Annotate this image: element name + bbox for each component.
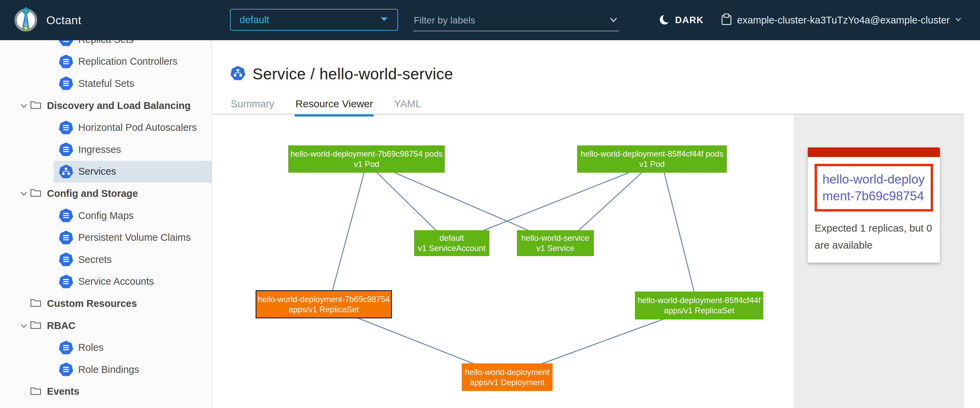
sidebar-item-stateful-sets[interactable]: Stateful Sets (54, 73, 212, 95)
rolebinding-icon (59, 362, 73, 377)
page-title: Service / hello-world-service (253, 65, 453, 83)
tab-bar: SummaryResource ViewerYAML (230, 96, 422, 116)
graph-node-pods-85ff4cf44f[interactable]: hello-world-deployment-85ff4cf44f podsv1… (577, 145, 727, 173)
app-title: Octant (46, 14, 81, 27)
sidebar-section-label: Config and Storage (47, 188, 138, 199)
replicaset-link[interactable]: hello-world-deployment-7b69c98754 (822, 171, 925, 204)
ingress-icon (59, 142, 73, 157)
graph-edge-5 (664, 173, 694, 292)
sidebar-item-role-bindings[interactable]: Role Bindings (54, 359, 212, 381)
label-filter (413, 10, 619, 31)
graph-node-replicaset-7b69c98754[interactable]: hello-world-deployment-7b69c98754apps/v1… (256, 290, 392, 319)
sidebar-item-label: Service Accounts (78, 276, 154, 287)
service-icon (230, 65, 246, 83)
graph-edge-1 (377, 173, 436, 231)
node-name: default (439, 233, 464, 243)
sidebar-item-config-and-storage[interactable]: Config and Storage (0, 183, 212, 205)
service-icon (230, 65, 246, 81)
sidebar-item-ingresses[interactable]: Ingresses (54, 139, 212, 161)
sidebar-item-service-accounts[interactable]: Service Accounts (54, 271, 212, 293)
graph-node-service-hello-world[interactable]: hello-world-servicev1 Service (517, 230, 594, 256)
dark-theme-toggle[interactable]: DARK (656, 11, 706, 29)
replica-warning-message: Expected 1 replicas, but 0 are available (815, 220, 933, 254)
sidebar-item-rbac[interactable]: RBAC (0, 315, 212, 337)
sidebar-item-label: Horizontal Pod Autoscalers (78, 122, 197, 133)
sidebar-item-secrets[interactable]: Secrets (54, 249, 212, 271)
page-header: Service / hello-world-service (230, 65, 453, 83)
cluster-name: example-cluster-ka3TuTzYo4a@example-clus… (737, 14, 950, 26)
sidebar-item-label: Persistent Volume Claims (78, 232, 191, 243)
chevron-down-icon[interactable] (18, 320, 30, 331)
detail-card: hello-world-deployment-7b69c98754 Expect… (808, 147, 940, 263)
secret-icon (59, 252, 73, 267)
graph-node-deployment-hello-world[interactable]: hello-world-deploymentapps/v1 Deployment (462, 363, 553, 391)
sidebar-section-label: Discovery and Load Balancing (47, 100, 191, 112)
sidebar-item-label: Replication Controllers (78, 56, 178, 67)
chevron-down-icon[interactable] (18, 188, 30, 199)
sidebar-item-label: Services (78, 166, 116, 177)
sidebar-item-discovery-and-load-balancing[interactable]: Discovery and Load Balancing (0, 95, 212, 117)
sidebar-item-events[interactable]: Events (0, 381, 212, 403)
chevron-down-icon[interactable] (18, 100, 30, 111)
node-name: hello-world-deployment-85ff4cf44f (638, 295, 760, 306)
graph-node-pods-7b69c98754[interactable]: hello-world-deployment-7b69c98754 podsv1… (288, 145, 445, 173)
sidebar-item-label: Stateful Sets (78, 78, 134, 89)
namespace-value: default (240, 14, 269, 26)
folder-icon (30, 187, 41, 200)
node-name: hello-world-deployment (465, 367, 549, 377)
tab-summary[interactable]: Summary (230, 96, 275, 116)
folder-icon (30, 385, 41, 398)
graph-node-serviceaccount-default[interactable]: defaultv1 ServiceAccount (414, 230, 489, 256)
sidebar-item-label: Ingresses (78, 144, 121, 155)
sidebar-item-replication-controllers[interactable]: Replication Controllers (54, 51, 212, 73)
graph-edge-2 (395, 173, 529, 231)
namespace-select[interactable]: default (230, 9, 398, 31)
node-kind: apps/v1 ReplicaSet (664, 306, 734, 316)
statefulset-icon (59, 76, 73, 91)
hpa-icon (59, 120, 73, 135)
folder-icon (30, 319, 41, 332)
detail-panel: hello-world-deployment-7b69c98754 Expect… (794, 115, 964, 408)
sidebar-item-custom-resources[interactable]: Custom Resources (0, 293, 212, 315)
sidebar-section-label: Events (47, 386, 79, 397)
caret-down-icon (380, 16, 388, 24)
node-kind: apps/v1 Deployment (470, 377, 544, 387)
sidebar-item-services[interactable]: Services (54, 161, 212, 183)
graph-edge-4 (579, 173, 642, 231)
app-header: Octant default DARK example- (0, 0, 980, 40)
sidebar-item-horizontal-pod-autoscalers[interactable]: Horizontal Pod Autoscalers (54, 116, 212, 139)
service-icon (59, 164, 73, 179)
replicaset-icon (59, 40, 73, 47)
label-filter-input[interactable] (413, 14, 608, 26)
status-bar-red (808, 147, 940, 157)
folder-icon (30, 297, 41, 310)
sidebar-item-roles[interactable]: Roles (54, 336, 212, 359)
sidebar-section-label: RBAC (47, 320, 76, 332)
cluster-chevron-down-icon (955, 17, 962, 24)
chevron-down-icon[interactable] (608, 15, 619, 26)
graph-node-replicaset-85ff4cf44f[interactable]: hello-world-deployment-85ff4cf44fapps/v1… (635, 292, 763, 319)
sidebar-item-label: Roles (78, 342, 103, 353)
node-kind: apps/v1 ReplicaSet (288, 304, 359, 315)
node-kind: v1 ServiceAccount (418, 243, 485, 253)
role-icon (59, 340, 73, 355)
octant-logo-icon (13, 6, 39, 34)
sidebar-item-replica-sets[interactable]: Replica Sets (54, 40, 212, 51)
sidebar-section-label: Custom Resources (47, 298, 137, 309)
sidebar-item-label: Secrets (78, 254, 111, 265)
serviceaccount-icon (59, 274, 73, 289)
node-kind: v1 Pod (354, 159, 379, 169)
sidebar-item-config-maps[interactable]: Config Maps (54, 205, 212, 227)
tab-yaml[interactable]: YAML (393, 96, 422, 116)
folder-icon (30, 99, 41, 112)
cluster-selector[interactable]: example-cluster-ka3TuTzYo4a@example-clus… (721, 11, 962, 29)
sidebar-item-label: Config Maps (78, 210, 134, 222)
card-body: hello-world-deployment-7b69c98754 Expect… (808, 157, 940, 263)
node-name: hello-world-deployment-85ff4cf44f pods (581, 149, 724, 159)
pvc-icon (59, 230, 73, 245)
node-name: hello-world-deployment-7b69c98754 pods (291, 149, 443, 159)
replicationcontroller-icon (59, 54, 73, 69)
sidebar-item-persistent-volume-claims[interactable]: Persistent Volume Claims (54, 226, 212, 249)
tab-resource-viewer[interactable]: Resource Viewer (295, 96, 374, 116)
sidebar-item-label: Role Bindings (78, 364, 139, 375)
